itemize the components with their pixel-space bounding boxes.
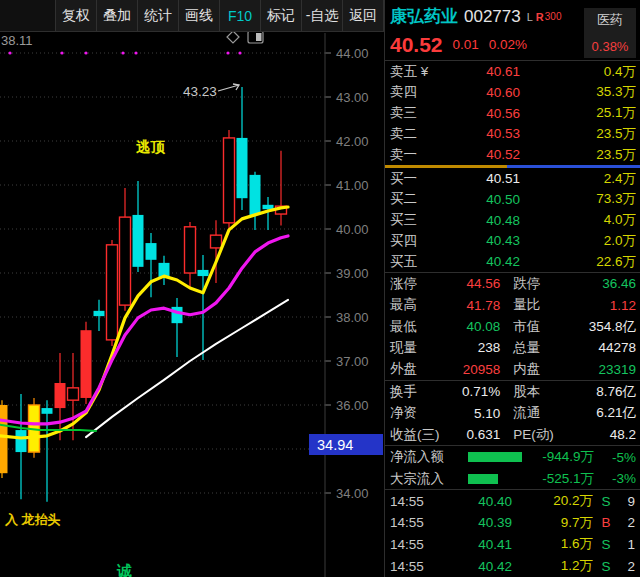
margin-flag-r: R	[536, 11, 544, 23]
axis-label: 36.00	[336, 398, 369, 413]
tick-price: 40.39	[436, 515, 512, 530]
axis-label: 41.00	[336, 178, 369, 193]
stat-label: 涨停	[390, 275, 444, 293]
tab-叠加[interactable]: 叠加	[97, 0, 138, 31]
stat-label: 净资	[390, 404, 444, 422]
bid-row[interactable]: 买一40.512.4万	[385, 168, 640, 189]
stock-code: 002773	[464, 7, 521, 27]
ask-row[interactable]: 卖四40.6035.3万	[385, 82, 640, 103]
stat-label: 现量	[390, 339, 444, 357]
tick-side: B	[593, 515, 619, 530]
tab-标记[interactable]: 标记	[261, 0, 302, 31]
stats-row: 最低40.08市值354.8亿	[385, 316, 640, 337]
axis-label: 40.00	[336, 222, 369, 237]
tick-count: 9	[619, 494, 635, 509]
stat-value: 44.56	[444, 276, 500, 291]
stat-label: 流通	[513, 404, 571, 422]
bid-row[interactable]: 买四40.432.0万	[385, 231, 640, 252]
ask-label: 卖一	[390, 146, 448, 164]
left-price-label: 38.11	[1, 33, 33, 48]
tick-row: 14:5540.421.2万S2	[385, 555, 640, 577]
candle-body	[16, 430, 27, 452]
kline-chart[interactable]: 44.0043.0042.0041.0040.0039.0038.0037.00…	[0, 0, 384, 577]
toolbar: 复权叠加统计画线F10标记-自选返回	[0, 0, 384, 32]
stats-fundamentals-section: 换手0.71%股本8.76亿净资5.10流通6.21亿收益(三)0.631PE(…	[385, 380, 640, 445]
ask-row[interactable]: 卖二40.5323.5万	[385, 124, 640, 145]
diamond-icon[interactable]	[227, 31, 239, 43]
tick-time: 14:55	[390, 515, 436, 530]
flow-label: 大宗流入	[390, 470, 468, 488]
tab-统计[interactable]: 统计	[138, 0, 179, 31]
ask-row[interactable]: 卖一40.5223.5万	[385, 144, 640, 165]
candle-body	[224, 138, 235, 223]
tab--自选[interactable]: -自选	[302, 0, 343, 31]
stat-value: 44278	[571, 340, 636, 355]
bid-row[interactable]: 买三40.484.0万	[385, 210, 640, 231]
candle-body	[81, 330, 92, 398]
flow-bar-wrap	[468, 452, 526, 462]
price-change: 0.01	[453, 37, 479, 52]
tick-volume: 1.6万	[512, 535, 593, 553]
stat-label: 最高	[390, 296, 444, 314]
signal-dot	[84, 51, 87, 54]
tick-volume: 9.7万	[512, 514, 593, 532]
tab-画线[interactable]: 画线	[179, 0, 220, 31]
sell-signal-label: 逃顶	[136, 139, 166, 155]
stat-label: 量比	[513, 296, 571, 314]
tick-side: S	[593, 494, 619, 509]
bid-label: 买三	[390, 211, 448, 229]
signal-dot	[121, 51, 124, 54]
tick-time: 14:55	[390, 494, 436, 509]
stat-value: 48.2	[571, 427, 636, 442]
candle-body	[42, 408, 53, 414]
stat-value: 41.78	[444, 298, 500, 313]
ask-label: 卖二	[390, 125, 448, 143]
candle-body	[0, 405, 8, 473]
candle-body	[120, 217, 131, 305]
bid-row[interactable]: 买五40.4222.6万	[385, 251, 640, 272]
tick-price: 40.42	[436, 559, 512, 574]
bid-levels: 买一40.512.4万买二40.5073.3万买三40.484.0万买四40.4…	[385, 168, 640, 272]
signal-dot	[226, 51, 229, 54]
ask-price: 40.56	[448, 106, 520, 121]
tick-volume: 1.2万	[512, 557, 593, 575]
stats-row: 涨停44.56跌停36.46	[385, 273, 640, 294]
signal-dot	[8, 51, 11, 54]
candle-body	[55, 383, 66, 408]
candle-body	[198, 270, 209, 276]
flow-label: 净流入额	[390, 448, 468, 466]
axis-label: 37.00	[336, 354, 369, 369]
stats-row: 现量238总量44278	[385, 337, 640, 358]
watermark-char: 诚	[116, 562, 132, 577]
ask-price: 40.53	[448, 126, 520, 141]
stock-app-window: 44.0043.0042.0041.0040.0039.0038.0037.00…	[0, 0, 640, 577]
high-price-annotation: 43.23	[183, 84, 217, 99]
tick-side: S	[593, 537, 619, 552]
bid-price: 40.51	[448, 171, 520, 186]
ask-levels: 卖五 ¥40.610.4万卖四40.6035.3万卖三40.5625.1万卖二4…	[385, 61, 640, 165]
stock-name: 康弘药业	[390, 5, 458, 28]
buy-signal-label: 入 龙抬头	[4, 512, 61, 527]
axis-label: 39.00	[336, 266, 369, 281]
tab-F10[interactable]: F10	[220, 0, 261, 31]
bid-label: 买四	[390, 232, 448, 250]
stat-value: 6.21亿	[571, 404, 636, 422]
stat-label: 股本	[513, 383, 571, 401]
ask-row[interactable]: 卖三40.5625.1万	[385, 103, 640, 124]
tab-返回[interactable]: 返回	[343, 0, 384, 31]
stat-value: 0.71%	[444, 384, 500, 399]
quote-panel: 康弘药业 002773 L R 300 医药 0.38% 40.52 0.01 …	[384, 0, 640, 577]
ask-row[interactable]: 卖五 ¥40.610.4万	[385, 61, 640, 82]
sector-badge[interactable]: 医药 0.38%	[584, 8, 636, 58]
stats-row: 换手0.71%股本8.76亿	[385, 381, 640, 402]
ask-label: 卖五 ¥	[390, 63, 448, 81]
bid-label: 买一	[390, 170, 448, 188]
ask-volume: 25.1万	[520, 104, 636, 122]
stat-label: PE(动)	[513, 426, 571, 444]
tab-复权[interactable]: 复权	[56, 0, 97, 31]
tick-trades-section: 14:5540.4020.2万S914:5540.399.7万B214:5540…	[385, 489, 640, 577]
toolbar-spacer	[0, 0, 56, 31]
stat-label: 市值	[513, 318, 571, 336]
ask-price: 40.60	[448, 85, 520, 100]
bid-row[interactable]: 买二40.5073.3万	[385, 189, 640, 210]
